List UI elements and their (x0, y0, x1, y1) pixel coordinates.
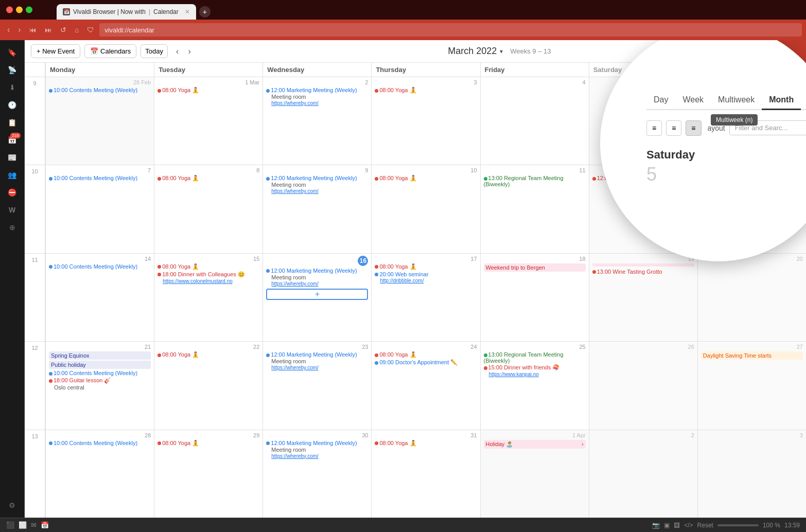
today-button[interactable]: Today (141, 44, 168, 58)
day-cell-14[interactable]: 14 10:00 Contents Meeting (Weekly) (45, 254, 154, 341)
event-allday-orange[interactable]: Daylight Saving Time starts (701, 351, 803, 360)
day-cell-18[interactable]: 18 Weekend trip to Bergen (480, 254, 589, 341)
day-cell-mar2[interactable]: 2 12:00 Marketing Meeting (Weekly) Meeti… (262, 77, 371, 165)
day-cell-27[interactable]: 27 Daylight Saving Time starts (697, 342, 806, 429)
event-link[interactable]: https://whereby.com/ (266, 365, 368, 370)
sidebar-item-calendar[interactable]: 📅 216 (3, 132, 22, 148)
day-cell-20[interactable]: 20 (697, 254, 806, 341)
event[interactable]: 10:00 Contents Meeting (Weekly) (49, 175, 151, 181)
forward-button[interactable]: › (15, 23, 24, 37)
event-link[interactable]: https://www.colonelmustard.no (157, 278, 259, 284)
event[interactable]: 10:00 Contents Meeting (Weekly) (49, 263, 151, 270)
address-bar[interactable]: vivaldi://calendar (99, 23, 802, 37)
event-allday-pink-cont[interactable] (592, 263, 694, 267)
sidebar-item-download[interactable]: ⬇ (3, 79, 22, 96)
event[interactable]: 08:00 Yoga 🧘 (157, 351, 259, 358)
day-cell-mar3[interactable]: 3 08:00 Yoga 🧘 (371, 77, 480, 165)
day-cell-31[interactable]: 31 08:00 Yoga 🧘 (371, 430, 480, 518)
event[interactable]: 12:00 Marketing Meeting (Weekly) (266, 175, 368, 181)
event[interactable]: 08:00 Yoga 🧘 (157, 440, 259, 447)
day-cell-26[interactable]: 26 (589, 342, 697, 429)
day-cell-16[interactable]: 16 12:00 Marketing Meeting (Weekly) Meet… (262, 254, 371, 341)
reset-label[interactable]: Reset (697, 522, 713, 529)
event[interactable]: 18:00 Guitar lesson 🎸 (49, 377, 151, 384)
sidebar-item-add[interactable]: ⊕ (3, 219, 22, 236)
day-cell-2apr[interactable]: 2 (589, 430, 697, 518)
screenshot-icon[interactable]: 📷 (652, 522, 660, 529)
tab-week[interactable]: Week (675, 91, 711, 109)
event-link[interactable]: https://www.kanpai.no (484, 371, 586, 377)
day-cell-mar1[interactable]: 1 Mar 08:00 Yoga 🧘 (154, 77, 262, 165)
prev-month-button[interactable]: ‹ (172, 45, 183, 58)
close-button[interactable] (6, 7, 13, 13)
day-cell-24[interactable]: 24 08:00 Yoga 🧘 09:00 Doctor's Appointme… (371, 342, 480, 429)
day-cell-17[interactable]: 17 08:00 Yoga 🧘 20:00 Web seminar http:/… (371, 254, 480, 341)
event[interactable]: 08:00 Yoga 🧘 (375, 263, 477, 270)
event[interactable]: 20:00 Web seminar (375, 271, 477, 277)
event[interactable]: 08:00 Yoga 🧘 (157, 175, 259, 182)
day-cell-15[interactable]: 15 08:00 Yoga 🧘 18:00 Dinner with Collea… (154, 254, 262, 341)
event-link[interactable]: https://whereby.com/ (266, 100, 368, 106)
tab-day[interactable]: Day (646, 91, 675, 109)
day-cell-19[interactable]: 19 13:00 Wine Tasting Grotto (589, 254, 697, 341)
zoom-slider[interactable] (717, 524, 759, 526)
event[interactable]: 08:00 Yoga 🧘 (375, 87, 477, 94)
event[interactable]: 13:00 Wine Tasting Grotto (592, 269, 694, 275)
day-cell-22[interactable]: 22 08:00 Yoga 🧘 (154, 342, 262, 429)
day-cell-28[interactable]: 28 10:00 Contents Meeting (Weekly) (45, 430, 154, 518)
event-link[interactable]: https://whereby.com/ (266, 188, 368, 194)
maximize-button[interactable] (26, 7, 32, 13)
shield-button[interactable]: 🛡 (84, 24, 97, 36)
event[interactable]: 08:00 Yoga 🧘 (375, 440, 477, 447)
layout-icon-3[interactable]: ≡ (686, 120, 701, 136)
event[interactable]: 08:00 Yoga 🧘 (375, 351, 477, 358)
day-cell-mar4[interactable]: 4 (480, 77, 589, 165)
minimize-button[interactable] (16, 7, 23, 13)
event[interactable]: 12:00 Marketing Meeting (Weekly) (266, 87, 368, 93)
mail-icon-status[interactable]: ✉ (31, 521, 37, 529)
next-month-button[interactable]: › (184, 45, 195, 58)
tab-multiweek[interactable]: Multiweek Multiweek (n) (711, 91, 762, 109)
day-cell-9[interactable]: 9 12:00 Marketing Meeting (Weekly) Meeti… (262, 165, 371, 253)
day-cell-1apr[interactable]: 1 Apr Holiday 🏝️› (480, 430, 589, 518)
tab-year[interactable]: Year (801, 91, 806, 109)
event-link[interactable]: http://dribbble.com/ (375, 278, 477, 283)
event[interactable]: 10:00 Contents Meeting (Weekly) (49, 370, 151, 376)
event[interactable]: 15:00 Dinner with friends 🍣 (484, 364, 586, 371)
sidebar-item-notes[interactable]: 📋 (3, 114, 22, 131)
event[interactable]: 10:00 Contents Meeting (Weekly) (49, 440, 151, 446)
new-tab-button[interactable]: + (199, 6, 211, 17)
window-icon[interactable]: ▣ (664, 522, 670, 529)
day-cell-3apr[interactable]: 3 (697, 430, 806, 518)
layout-icon-1[interactable]: ≡ (646, 120, 662, 136)
day-cell-30[interactable]: 30 12:00 Marketing Meeting (Weekly) Meet… (262, 430, 371, 518)
event[interactable]: 13:00 Regional Team Meeting (Biweekly) (484, 351, 586, 364)
day-cell-23[interactable]: 23 12:00 Marketing Meeting (Weekly) Meet… (262, 342, 371, 429)
event[interactable]: 13:00 Regional Team Meeting (Biweekly) (484, 175, 586, 187)
event[interactable]: 12:00 Marketing Meeting (Weekly) (266, 351, 368, 358)
event[interactable]: 08:00 Yoga 🧘 (157, 263, 259, 270)
event[interactable]: 10:00 Contents Meeting (Weekly) (49, 87, 151, 93)
event-link[interactable]: https://whereby.com/ (266, 281, 368, 287)
day-cell-feb28[interactable]: 28 Feb 10:00 Contents Meeting (Weekly) (45, 77, 154, 165)
sidebar-item-contacts[interactable]: 👥 (3, 167, 22, 183)
event[interactable]: 18:00 Dinner with Colleagues 😊 (157, 271, 259, 278)
event[interactable]: 08:00 Yoga 🧘 (375, 175, 477, 182)
event[interactable]: 12:00 Marketing Meeting (Weekly) (266, 440, 368, 446)
event-link[interactable]: https://whereby.com/ (266, 453, 368, 459)
code-icon[interactable]: </> (684, 522, 693, 529)
home-button[interactable]: ⌂ (72, 24, 82, 36)
browser-tab[interactable]: 📅 Vivaldi Browser | Now with | Calendar … (57, 4, 196, 20)
event-allday-blue2[interactable]: Public holiday (49, 361, 151, 369)
title-dropdown-icon[interactable]: ▾ (500, 48, 503, 55)
calendar-icon-status[interactable]: 📅 (41, 521, 49, 529)
event[interactable]: 12:00 Marketing Meeting (Weekly) (266, 268, 368, 274)
reload-button[interactable]: ↺ (57, 24, 69, 36)
sidebar-item-feed[interactable]: 📰 (3, 149, 22, 166)
tab-icon-status[interactable]: ⬜ (19, 521, 27, 529)
day-cell-11[interactable]: 11 13:00 Regional Team Meeting (Biweekly… (480, 165, 589, 253)
day-cell-10[interactable]: 10 08:00 Yoga 🧘 (371, 165, 480, 253)
day-cell-8[interactable]: 8 08:00 Yoga 🧘 (154, 165, 262, 253)
event[interactable]: 09:00 Doctor's Appointment ✏️ (375, 359, 477, 366)
sidebar-toggle-icon[interactable]: ⬛ (6, 521, 14, 529)
